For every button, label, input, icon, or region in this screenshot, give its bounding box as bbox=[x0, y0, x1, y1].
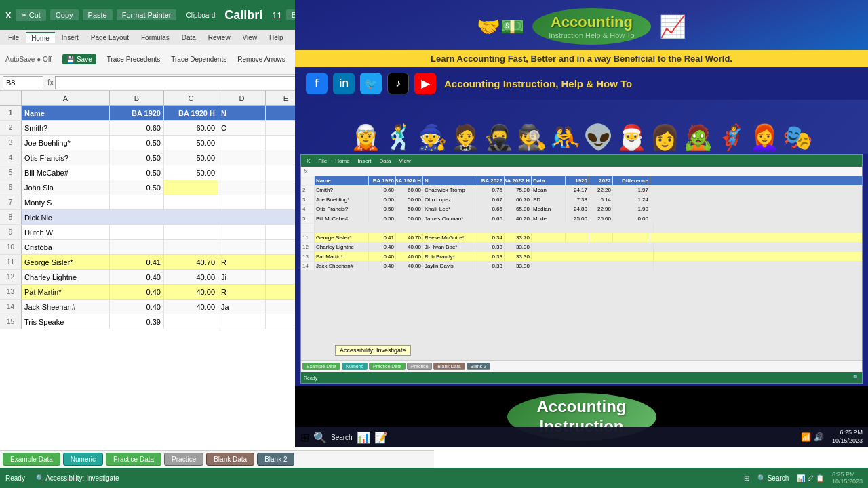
nested-tab-blank2[interactable]: Blank 2 bbox=[467, 363, 490, 370]
nested-file-tab[interactable]: File bbox=[315, 158, 330, 164]
status-search[interactable]: 🔍 Search bbox=[757, 474, 789, 482]
tab-data[interactable]: Data bbox=[176, 33, 201, 43]
tiktok-icon[interactable]: ♪ bbox=[387, 73, 409, 94]
trace-precedents[interactable]: Trace Precedents bbox=[107, 56, 161, 63]
cell-D11[interactable]: R bbox=[218, 255, 266, 269]
cell-D4[interactable] bbox=[218, 150, 266, 165]
nested-D3[interactable]: Otto Lopez bbox=[423, 195, 477, 204]
nested-B4[interactable]: 0.50 bbox=[369, 205, 396, 214]
cell-B11[interactable]: 0.41 bbox=[110, 255, 164, 269]
nested-tab-practice-data[interactable]: Practice Data bbox=[369, 363, 406, 370]
cell-B4[interactable]: 0.50 bbox=[110, 150, 164, 165]
cell-D7[interactable] bbox=[218, 195, 266, 209]
cell-B6[interactable]: 0.50 bbox=[110, 180, 164, 195]
cell-B7[interactable] bbox=[110, 195, 164, 209]
cell-B9[interactable] bbox=[110, 225, 164, 239]
cell-D13[interactable]: R bbox=[218, 285, 266, 299]
cell-A1[interactable]: Name bbox=[22, 106, 110, 120]
cell-B10[interactable] bbox=[110, 240, 164, 254]
nested-I5[interactable]: 25.00 bbox=[566, 214, 589, 223]
paste-btn[interactable]: Paste bbox=[83, 9, 113, 20]
nested-D5[interactable]: James Outman* bbox=[423, 214, 477, 223]
tab-help[interactable]: Help bbox=[264, 33, 289, 43]
nested-E12[interactable]: 0.33 bbox=[477, 243, 505, 251]
nested-tab-numeric[interactable]: Numeric bbox=[342, 363, 368, 370]
format-painter-btn[interactable]: Format Painter bbox=[117, 9, 177, 20]
name-box[interactable] bbox=[3, 76, 43, 89]
cell-A13[interactable]: Pat Martin* bbox=[22, 285, 110, 299]
cell-B2[interactable]: 0.60 bbox=[110, 121, 164, 135]
cell-C10[interactable] bbox=[164, 240, 218, 254]
nested-G3[interactable]: SD bbox=[532, 195, 566, 204]
nested-A3[interactable]: Joe Boehling* bbox=[315, 195, 369, 204]
nested-D11[interactable]: Reese McGuire* bbox=[423, 233, 477, 242]
col-header-A[interactable]: A bbox=[22, 91, 110, 105]
cell-C7[interactable] bbox=[164, 195, 218, 209]
nested-F3[interactable]: 66.70 bbox=[505, 195, 532, 204]
windows-start-icon[interactable]: ⊞ bbox=[300, 431, 309, 444]
cell-B8[interactable] bbox=[110, 210, 164, 224]
nested-A13[interactable]: Pat Martin* bbox=[315, 252, 369, 261]
nested-E3[interactable]: 0.67 bbox=[477, 195, 505, 204]
nested-D4[interactable]: Khalil Lee* bbox=[423, 205, 477, 214]
cell-A14[interactable]: Jack Sheehan# bbox=[22, 300, 110, 314]
nested-E4[interactable]: 0.65 bbox=[477, 205, 505, 214]
nested-tab-example[interactable]: Example Data bbox=[302, 363, 340, 370]
youtube-icon[interactable]: ▶ bbox=[414, 73, 436, 94]
cut-btn[interactable]: ✂ Cut bbox=[16, 9, 46, 21]
cell-A3[interactable]: Joe Boehling* bbox=[22, 136, 110, 150]
nested-I4[interactable]: 24.80 bbox=[566, 205, 589, 214]
cell-C15[interactable] bbox=[164, 314, 218, 329]
nested-E13[interactable]: 0.33 bbox=[477, 252, 505, 261]
taskbar-word-icon[interactable]: 📝 bbox=[374, 431, 388, 444]
cell-A2[interactable]: Smith? bbox=[22, 121, 110, 135]
nested-C14[interactable]: 40.00 bbox=[396, 262, 423, 270]
tab-formulas[interactable]: Formulas bbox=[136, 33, 175, 43]
nested-J11[interactable] bbox=[589, 233, 613, 242]
cell-B13[interactable]: 0.40 bbox=[110, 285, 164, 299]
cell-A15[interactable]: Tris Speake bbox=[22, 314, 110, 329]
nested-B12[interactable]: 0.40 bbox=[369, 243, 396, 251]
nested-K2[interactable]: 1.97 bbox=[613, 186, 650, 195]
twitter-icon[interactable]: 🐦 bbox=[360, 73, 382, 94]
sheet-tab-numeric[interactable]: Numeric bbox=[63, 453, 103, 466]
nested-B5[interactable]: 0.50 bbox=[369, 214, 396, 223]
taskbar-excel-icon[interactable]: 📊 bbox=[357, 431, 370, 444]
cell-C12[interactable]: 40.00 bbox=[164, 270, 218, 284]
cell-A8[interactable]: Dick Nie bbox=[22, 210, 110, 224]
nested-D12[interactable]: Ji-Hwan Bae* bbox=[423, 243, 477, 251]
remove-arrows[interactable]: Remove Arrows bbox=[237, 56, 285, 63]
cell-D8[interactable] bbox=[218, 210, 266, 224]
nested-J2[interactable]: 22.20 bbox=[589, 186, 613, 195]
sheet-tab-blank-2[interactable]: Blank 2 bbox=[257, 453, 294, 466]
nested-F2[interactable]: 75.00 bbox=[505, 186, 532, 195]
nested-K11[interactable] bbox=[613, 233, 650, 242]
col-header-B[interactable]: B bbox=[110, 91, 164, 105]
cell-B5[interactable]: 0.50 bbox=[110, 165, 164, 180]
cell-D5[interactable] bbox=[218, 165, 266, 180]
nested-B3[interactable]: 0.50 bbox=[369, 195, 396, 204]
tab-page-layout[interactable]: Page Layout bbox=[85, 33, 134, 43]
nested-E2[interactable]: 0.75 bbox=[477, 186, 505, 195]
save-btn[interactable]: 💾 Save bbox=[62, 54, 96, 64]
nested-G11[interactable] bbox=[532, 233, 566, 242]
linkedin-icon[interactable]: in bbox=[333, 73, 355, 94]
nested-F11[interactable]: 33.70 bbox=[505, 233, 532, 242]
nested-G5[interactable]: Mode bbox=[532, 214, 566, 223]
cell-C6-yellow[interactable] bbox=[164, 180, 218, 195]
cell-C11[interactable]: 40.70 bbox=[164, 255, 218, 269]
nested-A2[interactable]: Smith? bbox=[315, 186, 369, 195]
nested-C4[interactable]: 50.00 bbox=[396, 205, 423, 214]
cell-C2[interactable]: 60.00 bbox=[164, 121, 218, 135]
nested-J4[interactable]: 22.90 bbox=[589, 205, 613, 214]
cell-B3[interactable]: 0.50 bbox=[110, 136, 164, 150]
nested-I3[interactable]: 7.38 bbox=[566, 195, 589, 204]
cell-A6[interactable]: John Sla bbox=[22, 180, 110, 195]
nested-tab-practice[interactable]: Practice bbox=[407, 363, 432, 370]
tab-home[interactable]: Home bbox=[26, 32, 55, 43]
nested-F14[interactable]: 33.30 bbox=[505, 262, 532, 270]
tab-file[interactable]: File bbox=[3, 33, 24, 43]
cell-A9[interactable]: Dutch W bbox=[22, 225, 110, 239]
nested-C12[interactable]: 40.00 bbox=[396, 243, 423, 251]
copy-btn[interactable]: Copy bbox=[50, 9, 79, 20]
